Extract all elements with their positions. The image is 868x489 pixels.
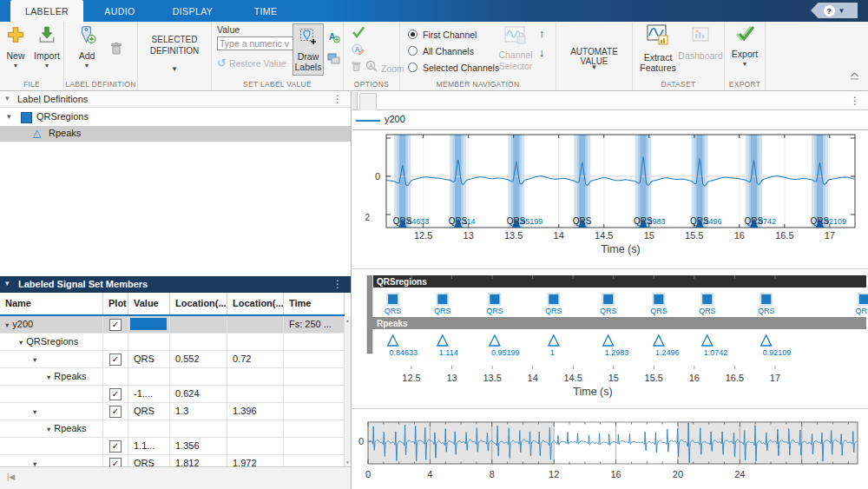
qrs-region-band[interactable] bbox=[692, 135, 708, 228]
kebab-menu-icon[interactable]: ⋮ bbox=[332, 278, 343, 290]
column-header[interactable]: Name bbox=[0, 293, 103, 314]
qrs-region-band[interactable] bbox=[635, 135, 652, 228]
value-cell[interactable]: 1.1... bbox=[128, 438, 170, 454]
location1-cell[interactable]: 0.624 bbox=[170, 386, 227, 402]
radio-all-channels[interactable]: All Channels bbox=[408, 44, 499, 57]
label-viewer-icon[interactable] bbox=[327, 52, 340, 69]
dashboard-button[interactable]: Dashboard bbox=[680, 27, 721, 61]
panner-shaded-block[interactable] bbox=[430, 422, 491, 464]
location1-cell[interactable]: 0.552 bbox=[170, 351, 227, 367]
panner-shaded-block[interactable] bbox=[368, 422, 430, 464]
panel-splitter-handle[interactable] bbox=[352, 92, 358, 109]
channel-selector-button[interactable]: Channel Selector bbox=[496, 25, 536, 72]
location2-cell[interactable] bbox=[227, 368, 284, 385]
restore-value-button[interactable]: ↺ Restore Value bbox=[217, 56, 286, 69]
new-button[interactable]: New ▼ bbox=[3, 25, 29, 69]
value-cell[interactable] bbox=[128, 316, 170, 333]
plot-checkbox[interactable]: ✓ bbox=[109, 388, 122, 400]
qrs-region-label[interactable]: QRS bbox=[699, 307, 716, 315]
tab-labeler[interactable]: LABELER bbox=[10, 0, 83, 22]
rpeak-value-label[interactable]: 1.0742 bbox=[704, 348, 728, 357]
qrs-region-marker[interactable] bbox=[654, 294, 663, 304]
table-row[interactable]: ▾✓QRS0.5520.72 bbox=[0, 351, 345, 368]
rpeak-marker[interactable] bbox=[549, 335, 559, 346]
location2-cell[interactable] bbox=[227, 334, 284, 350]
next-member-arrow-down[interactable]: ↓ bbox=[539, 46, 545, 59]
panner-shaded-block[interactable] bbox=[740, 422, 801, 464]
column-header[interactable]: Plot bbox=[103, 293, 128, 314]
points-track-header[interactable] bbox=[367, 317, 866, 329]
delete-label-icon[interactable] bbox=[350, 60, 363, 76]
selected-definition-dropdown[interactable]: SELECTED DEFINITION ▼ bbox=[138, 34, 211, 75]
help-button[interactable]: ? ▼ bbox=[811, 3, 858, 18]
kebab-menu-icon[interactable]: ⋮ bbox=[332, 93, 343, 105]
table-row[interactable]: ▾Rpeaks bbox=[0, 368, 345, 386]
qrs-region-marker[interactable] bbox=[859, 294, 868, 304]
qrs-region-marker[interactable] bbox=[702, 294, 712, 304]
location1-cell[interactable] bbox=[170, 368, 227, 385]
label-definition-item-rpeaks[interactable]: △Rpeaks bbox=[0, 126, 351, 142]
qrs-region-label[interactable]: QRS bbox=[486, 307, 503, 315]
value-input[interactable] bbox=[217, 36, 302, 50]
rpeak-marker[interactable] bbox=[654, 335, 664, 346]
qrs-region-label[interactable]: QRS bbox=[856, 307, 868, 315]
column-header[interactable]: Location(... bbox=[227, 293, 284, 314]
table-row[interactable]: ▾y200✓Fs: 250 ... bbox=[0, 316, 345, 334]
location1-cell[interactable]: 1.3 bbox=[170, 403, 227, 420]
value-cell[interactable]: -1.... bbox=[128, 386, 170, 402]
import-button[interactable]: Import ▼ bbox=[32, 25, 62, 69]
tab-audio[interactable]: AUDIO bbox=[83, 0, 156, 22]
accept-check-icon[interactable] bbox=[352, 26, 365, 42]
table-row[interactable]: ▾QRSregions bbox=[0, 334, 345, 351]
table-row[interactable]: ✓1.1...1.356 bbox=[0, 438, 345, 455]
value-cell[interactable] bbox=[128, 368, 170, 385]
label-definition-item-qrsregions[interactable]: ▾QRSregions bbox=[0, 109, 351, 125]
vertical-scrollbar[interactable]: ▲ ▼ bbox=[344, 316, 351, 466]
value-cell[interactable]: QRS bbox=[128, 351, 170, 367]
location2-cell[interactable] bbox=[227, 316, 284, 333]
value-cell[interactable] bbox=[128, 420, 170, 437]
tree-caret-icon[interactable]: ▾ bbox=[5, 320, 9, 329]
collapse-caret-icon[interactable]: ▾ bbox=[5, 279, 10, 287]
location2-cell[interactable] bbox=[227, 420, 284, 437]
qrs-region-marker[interactable] bbox=[603, 294, 613, 304]
tab-display[interactable]: DISPLAY bbox=[156, 0, 229, 22]
qrs-region-marker[interactable] bbox=[549, 294, 558, 304]
export-button[interactable]: Export ▼ bbox=[730, 25, 760, 67]
qrs-region-marker[interactable] bbox=[388, 294, 398, 304]
previous-member-arrow-up[interactable]: ↑ bbox=[539, 27, 545, 40]
tree-caret-icon[interactable]: ▾ bbox=[33, 355, 36, 364]
extract-features-button[interactable]: Extract Features bbox=[638, 24, 678, 73]
qrs-region-band[interactable] bbox=[574, 135, 590, 228]
location2-cell[interactable] bbox=[227, 386, 284, 402]
rpeak-value-label[interactable]: 0.95199 bbox=[491, 348, 520, 357]
qrs-region-marker[interactable] bbox=[490, 294, 499, 304]
location1-cell[interactable] bbox=[170, 334, 227, 350]
location1-cell[interactable] bbox=[170, 316, 227, 333]
rpeak-marker[interactable] bbox=[490, 335, 500, 346]
collapse-caret-icon[interactable]: ▾ bbox=[5, 94, 10, 102]
tree-caret-icon[interactable]: ▾ bbox=[47, 373, 50, 381]
add-label-definition-button[interactable]: Add ▼ bbox=[73, 25, 101, 69]
table-row[interactable]: ▾Rpeaks bbox=[0, 420, 345, 438]
edit-label-icon[interactable]: A bbox=[352, 43, 365, 59]
qrs-region-label[interactable]: QRS bbox=[545, 307, 562, 315]
location2-cell[interactable]: 0.72 bbox=[227, 351, 284, 367]
column-header[interactable]: Value bbox=[128, 293, 170, 314]
location1-cell[interactable]: 1.356 bbox=[170, 438, 227, 454]
rpeak-marker[interactable] bbox=[437, 335, 448, 346]
rpeak-value-label[interactable]: 1.2496 bbox=[655, 348, 680, 357]
qrs-region-label[interactable]: QRS bbox=[650, 307, 667, 315]
qrs-region-label[interactable]: QRS bbox=[600, 307, 617, 315]
qrs-region-marker[interactable] bbox=[761, 294, 771, 304]
delete-label-definition-button[interactable] bbox=[108, 41, 125, 60]
table-row[interactable]: ✓-1....0.624 bbox=[0, 386, 345, 403]
plot-checkbox[interactable]: ✓ bbox=[109, 354, 122, 366]
tab-time[interactable]: TIME bbox=[229, 0, 302, 22]
horizontal-scrollbar[interactable]: |◀ bbox=[0, 466, 351, 489]
tree-caret-icon[interactable]: ▾ bbox=[47, 425, 50, 433]
rpeak-marker[interactable] bbox=[388, 335, 398, 346]
draw-labels-toggle[interactable]: Draw Labels bbox=[293, 23, 324, 76]
rpeak-value-label[interactable]: 1.2983 bbox=[605, 348, 629, 357]
qrs-region-marker[interactable] bbox=[437, 294, 447, 304]
